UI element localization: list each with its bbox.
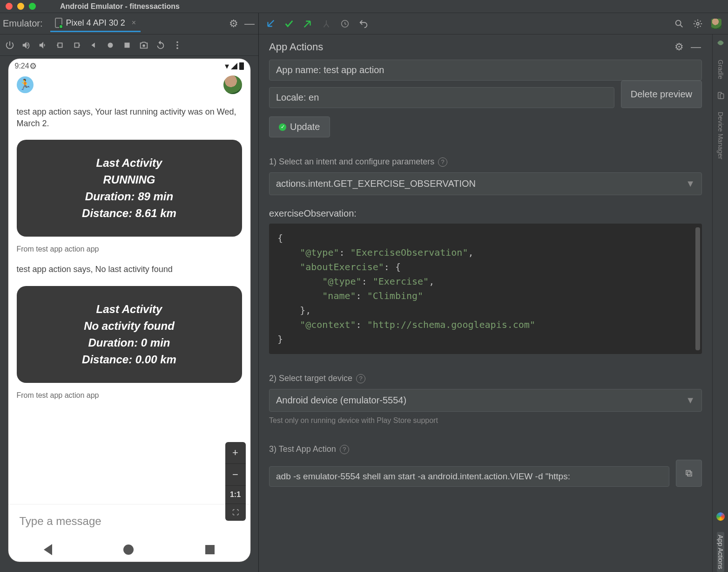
volume-up-icon[interactable]	[21, 40, 32, 50]
panel-minimize-icon[interactable]: —	[690, 41, 702, 53]
chevron-down-icon: ▼	[686, 395, 695, 406]
power-icon[interactable]	[5, 40, 15, 50]
settings-gear-icon[interactable]	[693, 19, 703, 29]
scrollbar[interactable]	[695, 227, 700, 350]
svg-rect-12	[720, 94, 724, 99]
step3-label: 3) Test App Action	[269, 444, 336, 454]
assistant-input[interactable]: Type a message	[8, 504, 250, 538]
app-name-field[interactable]: App name: test app action	[269, 60, 702, 81]
param-label: exerciseObservation:	[269, 208, 702, 219]
tab-gradle[interactable]: Gradle	[717, 57, 724, 82]
svg-point-5	[176, 47, 178, 49]
side-tabs: Gradle Device Manager App Actions	[712, 34, 728, 572]
json-editor[interactable]: { "@type": "ExerciseObservation", "about…	[269, 224, 702, 354]
search-icon[interactable]	[674, 19, 684, 29]
intent-dropdown[interactable]: actions.intent.GET_EXERCISE_OBSERVATION …	[269, 172, 702, 195]
gear-icon[interactable]: ⚙	[228, 18, 240, 30]
card-activity: RUNNING	[24, 173, 235, 186]
svg-rect-1	[125, 42, 130, 48]
volume-down-icon[interactable]	[38, 40, 48, 50]
nav-home-icon[interactable]	[123, 545, 134, 555]
card-title: Last Activity	[24, 157, 235, 170]
battery-icon	[239, 62, 244, 70]
merge-icon[interactable]	[321, 19, 331, 29]
phone-screen[interactable]: 9:24 ⚙ ▾ 🏃 test app action says, Your la…	[8, 59, 250, 562]
checkmark-icon[interactable]	[284, 19, 294, 29]
minimize-icon[interactable]: —	[243, 18, 256, 30]
tab-device-manager[interactable]: Device Manager	[717, 109, 724, 162]
wifi-icon: ▾	[225, 61, 229, 71]
emulator-tab[interactable]: Pixel 4 API 30 2 ×	[50, 15, 141, 32]
undo-icon[interactable]	[358, 19, 369, 29]
window-titlebar: Android Emulator - fitnessactions	[0, 0, 728, 13]
history-icon[interactable]	[340, 19, 350, 29]
svg-point-7	[676, 20, 681, 25]
ide-toolbar	[259, 13, 728, 34]
svg-point-0	[108, 42, 113, 48]
locale-field[interactable]: Locale: en	[269, 87, 614, 108]
svg-point-4	[176, 44, 178, 46]
app-actions-panel: App Actions ⚙ — App name: test app actio…	[259, 34, 712, 572]
panel-gear-icon[interactable]: ⚙	[673, 41, 685, 53]
status-time: 9:24	[15, 62, 29, 70]
window-title: Android Emulator - fitnessactions	[60, 2, 180, 11]
arrow-down-left-icon[interactable]	[265, 19, 276, 29]
chevron-down-icon: ▼	[686, 178, 695, 189]
card-title: Last Activity	[24, 303, 235, 316]
input-placeholder: Type a message	[20, 515, 101, 528]
adb-command-field[interactable]: adb -s emulator-5554 shell am start -a a…	[269, 466, 669, 487]
rotate-left-icon[interactable]	[55, 40, 65, 50]
copy-icon	[685, 469, 693, 477]
assistant-icon[interactable]	[716, 512, 725, 521]
arrow-up-right-icon[interactable]	[303, 19, 313, 29]
close-tab-icon[interactable]: ×	[132, 19, 136, 27]
maximize-window-icon[interactable]	[29, 3, 36, 10]
help-icon[interactable]: ?	[356, 374, 365, 383]
device-dropdown[interactable]: Android device (emulator-5554) ▼	[269, 389, 702, 412]
check-icon: ✓	[279, 123, 286, 131]
nav-back-icon[interactable]	[44, 544, 52, 555]
device-selected: Android device (emulator-5554)	[276, 395, 406, 406]
card-source-1: From test app action app	[17, 245, 242, 253]
help-icon[interactable]: ?	[340, 445, 349, 454]
emulator-tab-label: Pixel 4 API 30 2	[66, 18, 125, 28]
user-avatar[interactable]	[223, 75, 242, 94]
card-distance: Distance: 0.00 km	[24, 353, 235, 366]
tab-app-actions[interactable]: App Actions	[717, 532, 724, 572]
android-statusbar: 9:24 ⚙ ▾	[8, 59, 250, 74]
card-activity: No activity found	[24, 320, 235, 333]
device-icon	[55, 18, 62, 28]
stop-icon[interactable]	[122, 40, 132, 50]
close-window-icon[interactable]	[6, 3, 13, 10]
nav-recent-icon[interactable]	[205, 545, 215, 554]
delete-preview-button[interactable]: Delete preview	[621, 81, 702, 108]
copy-button[interactable]	[676, 460, 702, 487]
running-icon: 🏃	[17, 76, 34, 93]
card-distance: Distance: 8.61 km	[24, 207, 235, 220]
assistant-text-1: test app action says, Your last running …	[17, 106, 242, 129]
update-button[interactable]: ✓ Update	[269, 116, 330, 137]
rotate-right-icon[interactable]	[72, 40, 82, 50]
svg-rect-9	[688, 472, 692, 476]
activity-card-2[interactable]: Last Activity No activity found Duration…	[17, 286, 242, 383]
expand-icon[interactable]: ⛶	[225, 504, 246, 521]
gradle-icon[interactable]	[716, 38, 725, 48]
restore-icon[interactable]	[155, 40, 166, 50]
record-icon[interactable]	[105, 40, 115, 50]
zoom-reset-button[interactable]: 1:1	[225, 486, 246, 504]
back-icon[interactable]	[88, 40, 99, 50]
help-icon[interactable]: ?	[438, 157, 447, 167]
more-icon[interactable]	[172, 40, 182, 50]
device-manager-icon[interactable]	[716, 91, 725, 100]
card-source-2: From test app action app	[17, 391, 242, 400]
minimize-window-icon[interactable]	[17, 3, 24, 10]
signal-icon	[231, 63, 237, 69]
window-traffic-lights[interactable]	[0, 3, 41, 10]
zoom-in-button[interactable]: +	[225, 442, 246, 464]
assistant-text-2: test app action says, No last activity f…	[17, 264, 242, 275]
profile-avatar[interactable]	[711, 19, 721, 29]
screenshot-icon[interactable]	[139, 40, 149, 50]
zoom-out-button[interactable]: −	[225, 464, 246, 486]
step2-label: 2) Select target device	[269, 374, 352, 383]
activity-card-1[interactable]: Last Activity RUNNING Duration: 89 min D…	[17, 140, 242, 237]
